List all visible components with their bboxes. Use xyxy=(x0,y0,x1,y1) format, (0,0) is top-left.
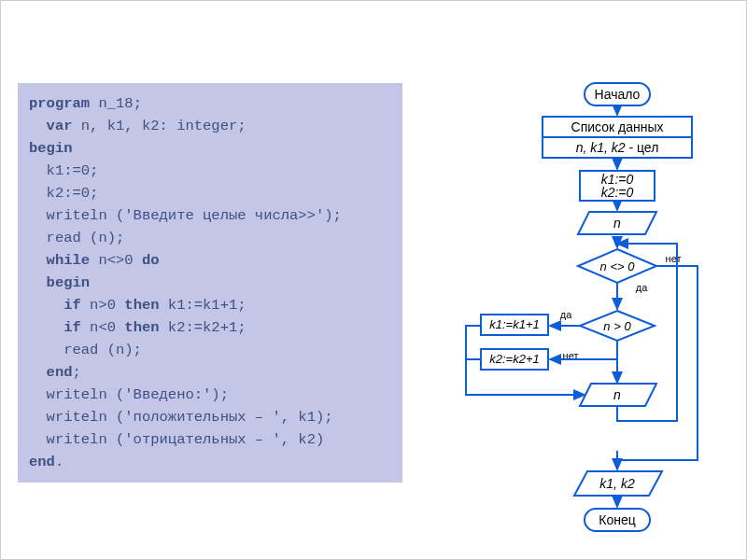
kw-do: do xyxy=(142,252,160,269)
code-text: n, k1, k2: integer; xyxy=(73,118,247,134)
kw-var: var xyxy=(29,118,73,134)
code-text: n_18; xyxy=(90,95,142,112)
kw-begin: begin xyxy=(29,140,73,157)
fc-cond2-label: n > 0 xyxy=(603,319,631,333)
fc-datalist-label: Список данных xyxy=(571,119,664,134)
code-panel: program n_18; var n, k1, k2: integer; be… xyxy=(18,83,402,483)
code-text: ; xyxy=(73,364,81,381)
fc-end-label: Конец xyxy=(599,512,635,527)
svg-point-12 xyxy=(615,458,620,463)
fc-init2: k2:=0 xyxy=(601,185,634,200)
code-text: read (n); xyxy=(29,230,124,246)
kw-then1: then xyxy=(124,297,159,314)
fc-cond1-label: n <> 0 xyxy=(600,259,636,273)
code-text: n>0 xyxy=(81,297,125,314)
code-text: . xyxy=(55,454,63,470)
kw-then2: then xyxy=(124,319,159,336)
fc-yes1: да xyxy=(636,282,648,293)
kw-while: while xyxy=(29,252,90,269)
code-text: k2:=0; xyxy=(29,185,98,202)
fc-assign2-label: k2:=k2+1 xyxy=(489,352,540,366)
svg-point-11 xyxy=(615,242,620,246)
fc-no1: нет xyxy=(666,253,682,264)
code-text: n<0 xyxy=(81,319,125,336)
code-text: n<>0 xyxy=(90,252,142,269)
code-text: writeln ('положительных – ', k1); xyxy=(29,409,333,426)
kw-begin2: begin xyxy=(29,274,90,291)
fc-input-n2-label: n xyxy=(613,387,621,402)
code-text: k1:=0; xyxy=(29,162,98,179)
code-text: read (n); xyxy=(29,342,142,358)
fc-vars-line: n, k1, k2 - цел xyxy=(576,140,659,155)
code-text: writeln ('Введено:'); xyxy=(29,386,229,403)
fc-input-n-label: n xyxy=(613,216,621,231)
fc-yes2: да xyxy=(560,309,572,320)
code-text: writeln ('отрицательных – ', k2) xyxy=(29,431,324,448)
fc-assign1-label: k1:=k1+1 xyxy=(489,317,540,331)
kw-program: program xyxy=(29,95,90,112)
kw-if1: if xyxy=(29,297,81,314)
code-text: k2:=k2+1; xyxy=(160,319,247,336)
flowchart: Начало Список данных n, k1, k2 - цел k1:… xyxy=(440,79,725,546)
kw-end1: end xyxy=(29,364,73,381)
code-text: k1:=k1+1; xyxy=(160,297,247,314)
kw-if2: if xyxy=(29,319,81,336)
code-text: writeln ('Введите целые числа>>'); xyxy=(29,207,342,224)
fc-start-label: Начало xyxy=(595,87,641,102)
fc-output-label: k1, k2 xyxy=(599,476,635,491)
kw-end2: end xyxy=(29,454,55,470)
